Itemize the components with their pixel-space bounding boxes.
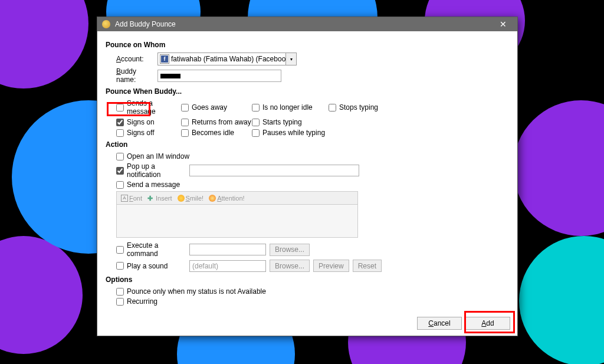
chk-returns-away[interactable]: Returns from away bbox=[181, 118, 252, 126]
reset-button[interactable]: Reset bbox=[353, 260, 382, 272]
insert-button[interactable]: ✚Insert bbox=[146, 194, 174, 202]
command-input[interactable] bbox=[189, 244, 266, 255]
dialog-window: Add Buddy Pounce ✕ Pounce on Whom Accoun… bbox=[97, 17, 518, 336]
popup-text-input[interactable] bbox=[189, 165, 359, 176]
chk-signs-on[interactable]: Signs on bbox=[116, 118, 181, 126]
facebook-icon: f bbox=[160, 55, 169, 63]
app-icon bbox=[102, 20, 110, 28]
chk-signs-off[interactable]: Signs off bbox=[116, 129, 181, 137]
account-select[interactable]: f fatiwahab (Fatima Wahab) (Facebook) ▾ bbox=[157, 53, 297, 65]
chk-recurring[interactable]: Recurring bbox=[116, 297, 157, 306]
section-action: Action bbox=[106, 140, 509, 149]
account-label: Account: bbox=[116, 55, 157, 63]
titlebar: Add Buddy Pounce ✕ bbox=[97, 17, 517, 31]
message-textarea[interactable] bbox=[116, 205, 358, 238]
chk-starts-typing[interactable]: Starts typing bbox=[252, 118, 329, 126]
chevron-down-icon[interactable]: ▾ bbox=[285, 53, 296, 65]
chk-send-message[interactable]: Send a message bbox=[116, 181, 180, 189]
chk-exec-command[interactable]: Execute a command bbox=[116, 241, 186, 258]
chk-pounce-only[interactable]: Pounce only when my status is not Availa… bbox=[116, 287, 266, 296]
chk-becomes-idle[interactable]: Becomes idle bbox=[181, 129, 252, 137]
smile-button[interactable]: Smile! bbox=[176, 194, 206, 202]
browse-cmd-button[interactable]: Browse... bbox=[270, 244, 310, 256]
section-options: Options bbox=[106, 276, 509, 284]
buddy-name-label: Buddy name: bbox=[116, 67, 157, 84]
message-toolbar: AFont ✚Insert Smile! Attention! bbox=[116, 191, 358, 205]
redacted-text bbox=[160, 74, 180, 78]
chk-open-im[interactable]: Open an IM window bbox=[116, 152, 189, 160]
attention-button[interactable]: Attention! bbox=[207, 194, 246, 202]
preview-button[interactable]: Preview bbox=[313, 260, 349, 272]
close-button[interactable]: ✕ bbox=[494, 18, 513, 30]
window-title: Add Buddy Pounce bbox=[115, 20, 494, 28]
sound-input[interactable] bbox=[189, 260, 266, 272]
chk-play-sound[interactable]: Play a sound bbox=[116, 262, 186, 270]
chk-stops-typing[interactable]: Stops typing bbox=[329, 99, 399, 116]
font-button[interactable]: AFont bbox=[119, 194, 144, 202]
chk-no-longer-idle[interactable]: Is no longer idle bbox=[252, 99, 329, 116]
cancel-button[interactable]: Cancel bbox=[417, 317, 462, 330]
section-pounce-whom: Pounce on Whom bbox=[106, 41, 509, 49]
account-text: fatiwahab (Fatima Wahab) (Facebook) bbox=[171, 55, 285, 63]
add-button[interactable]: Add bbox=[465, 317, 510, 330]
chk-popup[interactable]: Pop up a notification bbox=[116, 162, 186, 179]
browse-sound-button[interactable]: Browse... bbox=[270, 260, 310, 272]
section-pounce-when: Pounce When Buddy... bbox=[106, 87, 509, 96]
chk-sends-message[interactable]: Sends a message bbox=[116, 99, 181, 116]
buddy-name-input[interactable] bbox=[157, 70, 281, 82]
chk-goes-away[interactable]: Goes away bbox=[181, 99, 252, 116]
chk-pauses-typing[interactable]: Pauses while typing bbox=[252, 129, 329, 137]
